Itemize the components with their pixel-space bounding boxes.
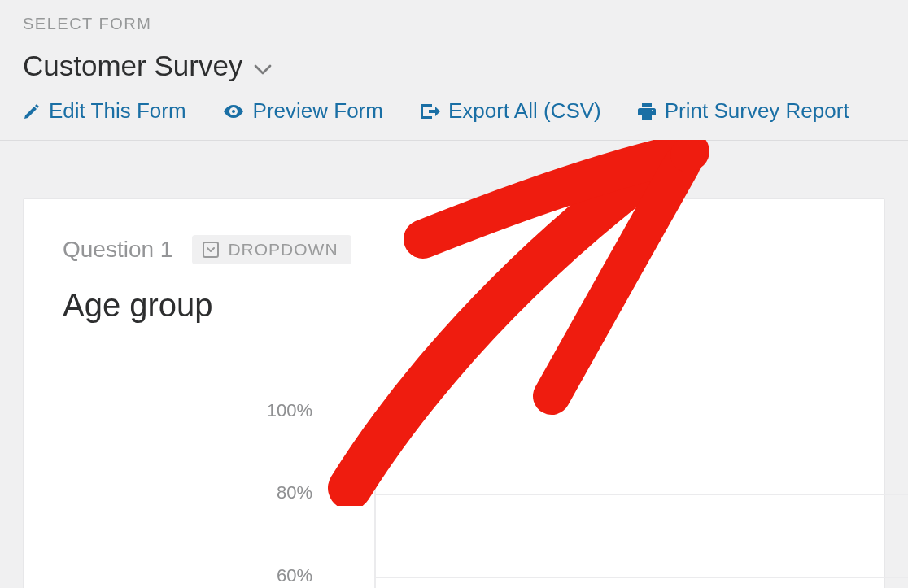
chart-area: 100% 80% 60%	[63, 355, 845, 588]
preview-form-link[interactable]: Preview Form	[222, 98, 383, 124]
export-all-link[interactable]: Export All (CSV)	[419, 98, 601, 124]
y-tick-60: 60%	[277, 565, 312, 586]
header-divider	[0, 140, 908, 141]
print-report-label: Print Survey Report	[665, 98, 849, 124]
export-all-label: Export All (CSV)	[448, 98, 601, 124]
chevron-down-icon	[254, 58, 272, 75]
question-type-text: DROPDOWN	[228, 240, 338, 259]
action-bar: Edit This Form Preview Form Export All (…	[23, 98, 885, 140]
form-selector[interactable]: Customer Survey	[23, 40, 272, 98]
question-number: Question 1	[63, 237, 172, 263]
svg-rect-0	[203, 242, 218, 257]
pencil-icon	[23, 102, 41, 120]
question-type-badge: DROPDOWN	[192, 235, 351, 264]
chart-gridline-60	[374, 577, 908, 578]
form-name: Customer Survey	[23, 50, 242, 82]
export-icon	[419, 102, 440, 120]
print-icon	[637, 102, 657, 121]
select-form-label: SELECT FORM	[23, 0, 885, 40]
edit-form-link[interactable]: Edit This Form	[23, 98, 186, 124]
chart-gridline-80	[374, 494, 908, 495]
y-tick-80: 80%	[277, 482, 312, 503]
print-report-link[interactable]: Print Survey Report	[637, 98, 849, 124]
dropdown-icon	[202, 241, 220, 259]
preview-form-label: Preview Form	[253, 98, 383, 124]
question-card: Question 1 DROPDOWN Age group 100% 80% 6…	[23, 198, 885, 588]
question-title: Age group	[63, 264, 845, 355]
chart-y-axis	[374, 412, 376, 588]
y-tick-100: 100%	[267, 400, 312, 421]
eye-icon	[222, 103, 245, 120]
edit-form-label: Edit This Form	[49, 98, 186, 124]
